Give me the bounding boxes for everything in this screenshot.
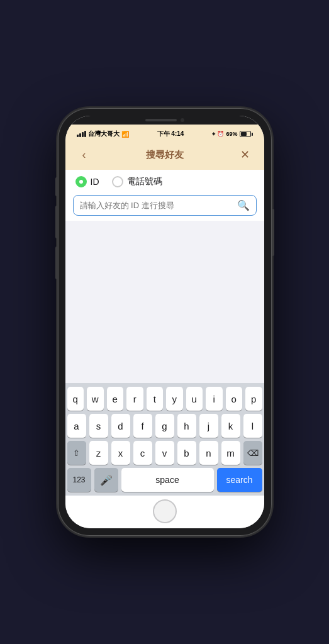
radio-id[interactable]: ID [75, 176, 99, 187]
key-l[interactable]: l [243, 414, 262, 438]
space-key[interactable]: space [121, 468, 214, 492]
key-u[interactable]: u [186, 387, 203, 411]
radio-circle-id [75, 176, 87, 187]
speaker [145, 119, 177, 121]
radio-circle-phone [112, 176, 123, 187]
key-c[interactable]: c [133, 441, 152, 465]
search-input[interactable] [80, 201, 237, 210]
key-r[interactable]: r [126, 387, 143, 411]
home-button[interactable] [153, 499, 177, 523]
shift-key[interactable]: ⇧ [67, 441, 86, 465]
alarm-icon: ⏰ [217, 131, 224, 137]
key-m[interactable]: m [221, 441, 240, 465]
top-notch [65, 116, 264, 125]
radio-label-phone: 電話號碼 [127, 176, 162, 187]
delete-key[interactable]: ⌫ [243, 441, 262, 465]
key-p[interactable]: p [245, 387, 262, 411]
keyboard-row-1: q w e r t y u i o p [67, 387, 262, 411]
microphone-key[interactable]: 🎤 [94, 468, 118, 492]
phone-frame: 台灣大哥大 📶 下午 4:14 ⌖ ⏰ 69% ‹ 搜尋好友 ✕ [58, 108, 272, 536]
key-s[interactable]: s [89, 414, 108, 438]
home-indicator[interactable] [65, 496, 264, 528]
content-area: ID 電話號碼 🔍 [65, 170, 264, 383]
keyboard-bottom-row: 123 🎤 space search [67, 468, 262, 492]
key-z[interactable]: z [89, 441, 108, 465]
signal-bar-4 [84, 131, 86, 137]
camera [181, 118, 184, 122]
nav-title: 搜尋好友 [146, 149, 184, 161]
key-d[interactable]: d [111, 414, 130, 438]
key-a[interactable]: a [67, 414, 86, 438]
key-o[interactable]: o [226, 387, 243, 411]
key-n[interactable]: n [199, 441, 218, 465]
carrier-name: 台灣大哥大 [88, 130, 120, 138]
close-button[interactable]: ✕ [237, 146, 254, 164]
key-q[interactable]: q [67, 387, 84, 411]
radio-label-id: ID [91, 177, 99, 187]
signal-bars [77, 131, 86, 137]
signal-bar-3 [82, 132, 84, 137]
search-key[interactable]: search [217, 468, 262, 492]
key-t[interactable]: t [147, 387, 164, 411]
battery-icon [240, 131, 253, 137]
wifi-icon: 📶 [121, 131, 129, 138]
radio-phone[interactable]: 電話號碼 [112, 176, 162, 187]
location-icon: ⌖ [212, 131, 215, 138]
key-f[interactable]: f [133, 414, 152, 438]
back-button[interactable]: ‹ [75, 146, 93, 164]
key-g[interactable]: g [155, 414, 174, 438]
signal-bar-1 [77, 135, 79, 137]
search-container: 🔍 [73, 195, 257, 216]
key-h[interactable]: h [177, 414, 196, 438]
key-x[interactable]: x [111, 441, 130, 465]
key-e[interactable]: e [107, 387, 124, 411]
nav-bar: ‹ 搜尋好友 ✕ [65, 142, 264, 170]
keyboard[interactable]: q w e r t y u i o p a s d f g h j k [65, 383, 264, 496]
key-y[interactable]: y [166, 387, 183, 411]
search-icon[interactable]: 🔍 [237, 199, 250, 211]
keyboard-row-2: a s d f g h j k l [67, 414, 262, 438]
key-v[interactable]: v [155, 441, 174, 465]
key-123[interactable]: 123 [67, 468, 91, 492]
keyboard-row-3: ⇧ z x c v b n m ⌫ [67, 441, 262, 465]
status-left: 台灣大哥大 📶 [77, 130, 129, 138]
key-j[interactable]: j [199, 414, 218, 438]
status-bar: 台灣大哥大 📶 下午 4:14 ⌖ ⏰ 69% [65, 125, 264, 142]
key-w[interactable]: w [87, 387, 104, 411]
empty-area [65, 221, 264, 383]
key-i[interactable]: i [206, 387, 223, 411]
key-k[interactable]: k [221, 414, 240, 438]
status-right: ⌖ ⏰ 69% [212, 131, 252, 138]
key-b[interactable]: b [177, 441, 196, 465]
signal-bar-2 [79, 133, 81, 137]
battery-percent: 69% [226, 131, 237, 137]
radio-row: ID 電話號碼 [65, 170, 264, 192]
status-time: 下午 4:14 [157, 130, 184, 138]
